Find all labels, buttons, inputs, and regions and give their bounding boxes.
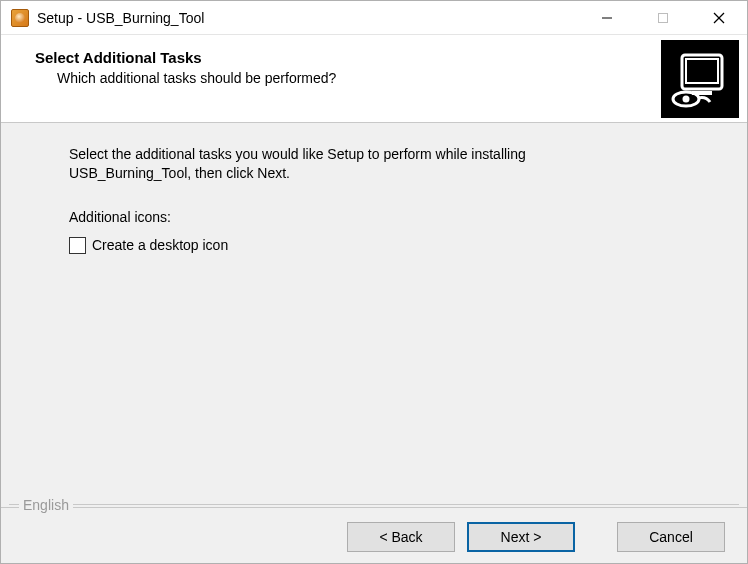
svg-rect-1 xyxy=(659,13,668,22)
maximize-button xyxy=(635,1,691,35)
create-desktop-icon-option[interactable]: Create a desktop icon xyxy=(69,237,693,254)
back-button[interactable]: < Back xyxy=(347,522,455,552)
app-icon xyxy=(11,9,29,27)
language-label: English xyxy=(19,497,73,513)
tasks-group-label: Additional icons: xyxy=(69,209,693,225)
wizard-logo-icon xyxy=(661,40,739,118)
next-button[interactable]: Next > xyxy=(467,522,575,552)
wizard-header: Select Additional Tasks Which additional… xyxy=(1,35,747,123)
page-title: Select Additional Tasks xyxy=(35,49,651,66)
minimize-button[interactable] xyxy=(579,1,635,35)
svg-rect-5 xyxy=(686,59,718,83)
window-title: Setup - USB_Burning_Tool xyxy=(37,10,204,26)
close-button[interactable] xyxy=(691,1,747,35)
wizard-body: Select the additional tasks you would li… xyxy=(1,123,747,507)
titlebar: Setup - USB_Burning_Tool xyxy=(1,1,747,35)
page-subtitle: Which additional tasks should be perform… xyxy=(35,70,651,86)
svg-point-8 xyxy=(683,96,690,103)
language-frame: English xyxy=(9,504,739,505)
intro-text: Select the additional tasks you would li… xyxy=(69,145,649,183)
wizard-footer: < Back Next > Cancel xyxy=(1,507,747,564)
checkbox-icon[interactable] xyxy=(69,237,86,254)
checkbox-label: Create a desktop icon xyxy=(92,237,228,253)
cancel-button[interactable]: Cancel xyxy=(617,522,725,552)
